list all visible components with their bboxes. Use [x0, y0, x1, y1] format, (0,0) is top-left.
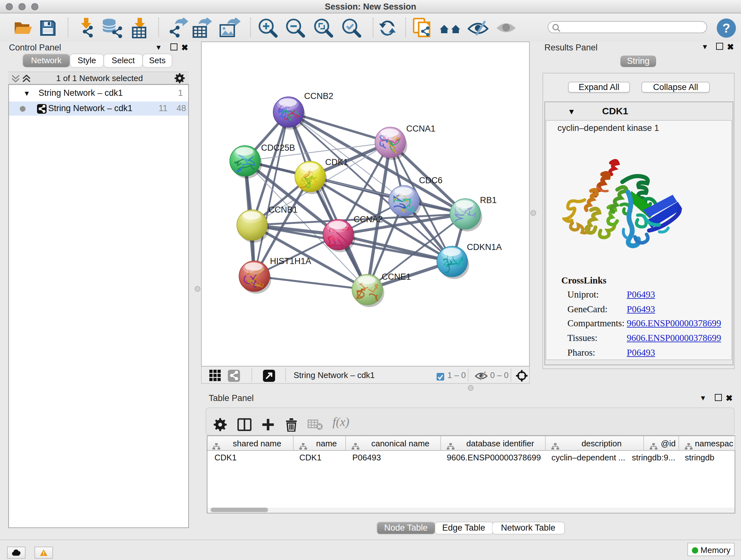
svg-text:CCNA1: CCNA1: [406, 124, 435, 133]
svg-text:CCNE1: CCNE1: [382, 272, 411, 282]
svg-text:CDKN1A: CDKN1A: [467, 242, 502, 252]
svg-text:CCNB1: CCNB1: [268, 205, 298, 214]
svg-text:?: ?: [723, 21, 730, 35]
svg-text:HIST1H1A: HIST1H1A: [270, 256, 311, 266]
svg-text:CDK1: CDK1: [325, 158, 348, 167]
svg-text:CDC25B: CDC25B: [261, 143, 295, 152]
svg-text:CDC6: CDC6: [419, 176, 443, 185]
svg-text:CCNA2: CCNA2: [354, 214, 383, 224]
svg-text:RB1: RB1: [480, 195, 497, 205]
svg-text:CCNB2: CCNB2: [304, 91, 333, 101]
